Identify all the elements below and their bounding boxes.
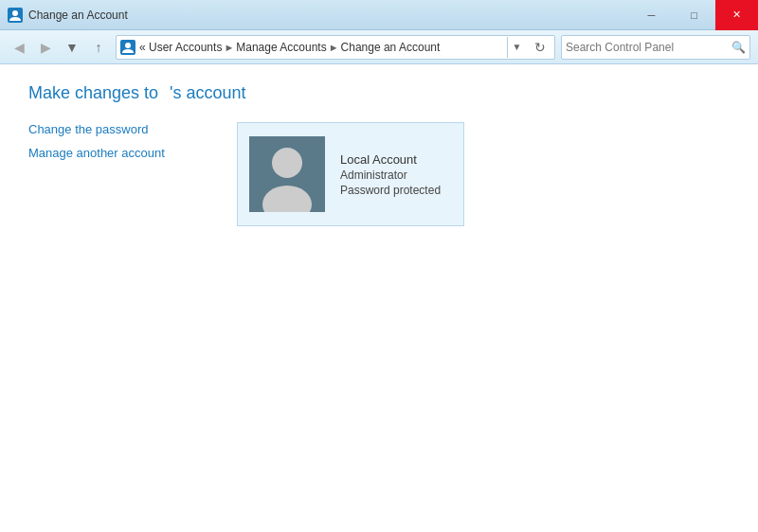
svg-point-5 — [272, 148, 302, 178]
account-info: Local Account Administrator Password pro… — [340, 152, 441, 197]
breadcrumb-sep1: ► — [224, 42, 234, 53]
sidebar-links: Change the password Manage another accou… — [28, 122, 199, 226]
app-icon — [8, 8, 23, 23]
breadcrumb-sep2: ► — [329, 42, 339, 53]
svg-point-1 — [12, 10, 18, 16]
search-icon: 🔍 — [731, 41, 746, 54]
breadcrumb-part1: « User Accounts — [139, 41, 222, 54]
main-area: Change the password Manage another accou… — [28, 122, 730, 226]
navigation-bar: ◀ ▶ ▼ ↑ « User Accounts ► Manage Account… — [0, 30, 758, 64]
account-card: Local Account Administrator Password pro… — [237, 122, 464, 226]
account-protected: Password protected — [340, 184, 441, 197]
window-controls: ─ □ ✕ — [630, 0, 758, 30]
maximize-button[interactable]: □ — [673, 0, 715, 30]
refresh-button[interactable]: ↻ — [530, 37, 550, 58]
account-name: Local Account — [340, 152, 441, 167]
address-bar-icon — [120, 40, 135, 55]
window-title: Change an Account — [28, 9, 128, 22]
search-input[interactable] — [566, 41, 728, 54]
address-text: « User Accounts ► Manage Accounts ► Chan… — [139, 41, 503, 54]
manage-another-account-link[interactable]: Manage another account — [28, 146, 199, 160]
page-header: Make changes to 's account — [28, 83, 730, 103]
address-chevron[interactable]: ▼ — [507, 37, 526, 58]
avatar-svg — [249, 136, 325, 212]
forward-button[interactable]: ▶ — [34, 36, 57, 59]
main-content: Make changes to 's account Change the pa… — [0, 64, 758, 532]
title-bar: Change an Account ─ □ ✕ — [0, 0, 758, 30]
header-make-changes: Make changes to — [28, 83, 158, 103]
breadcrumb: « User Accounts ► Manage Accounts ► Chan… — [139, 41, 503, 54]
minimize-button[interactable]: ─ — [630, 0, 673, 30]
up-button[interactable]: ↑ — [87, 36, 110, 59]
breadcrumb-part3: Change an Account — [341, 41, 441, 54]
header-account: 's account — [170, 83, 245, 103]
dropdown-button[interactable]: ▼ — [61, 36, 83, 59]
close-button[interactable]: ✕ — [715, 0, 758, 30]
title-bar-left: Change an Account — [8, 8, 128, 23]
breadcrumb-part2: Manage Accounts — [236, 41, 326, 54]
account-type: Administrator — [340, 168, 441, 182]
avatar — [249, 136, 325, 212]
change-password-link[interactable]: Change the password — [28, 122, 199, 136]
address-bar[interactable]: « User Accounts ► Manage Accounts ► Chan… — [116, 35, 555, 60]
back-button[interactable]: ◀ — [8, 36, 30, 59]
svg-point-3 — [125, 43, 131, 48]
search-bar[interactable]: 🔍 — [561, 35, 750, 60]
